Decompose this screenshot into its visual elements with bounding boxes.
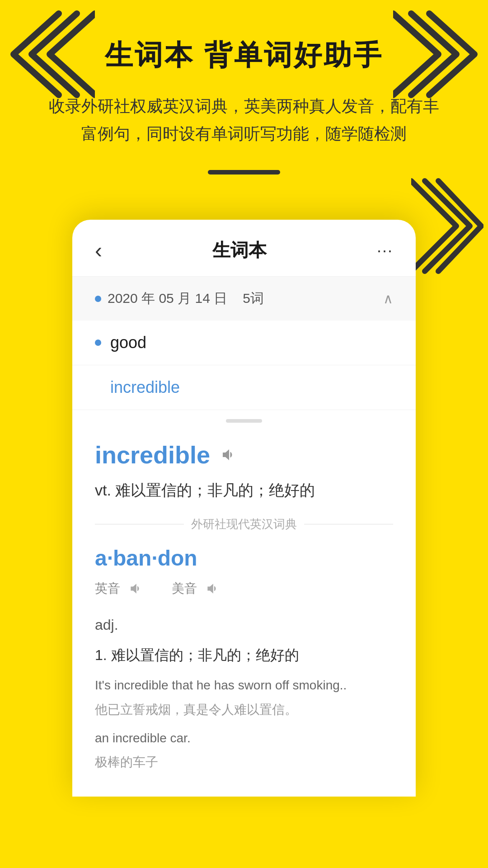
adj-section: adj. 1. 难以置信的；非凡的；绝好的 It's incredible th… [95,611,393,774]
phonetic-en-label: 英音 [95,580,120,597]
phone-card: ‹ 生词本 ··· 2020 年 05 月 14 日 5词 ∧ good inc… [72,220,416,797]
phonetic-word: a·ban·don [95,546,393,571]
example2-en: an incredible car. [95,726,393,750]
date-text: 2020 年 05 月 14 日 [108,289,227,308]
dict-section: incredible vt. 难以置信的；非凡的；绝好的 外研社现代英汉词典 a… [72,432,416,797]
phonetic-en: 英音 [95,580,145,598]
source-text: 外研社现代英汉词典 [191,516,297,532]
collapse-icon[interactable]: ∧ [383,291,393,307]
app-title: 生词本 [212,238,267,263]
def-line-1: 1. 难以置信的；非凡的；绝好的 [95,642,393,669]
speaker-us-icon [205,581,220,596]
word-count: 5词 [243,289,264,308]
word-pos-def: vt. 难以置信的；非凡的；绝好的 [95,478,393,502]
adj-label: adj. [95,611,393,639]
example1-en: It's incredible that he has sworn off sm… [95,673,393,697]
divider-bar [208,170,280,175]
sound-icon[interactable] [219,446,237,464]
example1-cn: 他已立誓戒烟，真是令人难以置信。 [95,698,393,722]
sound-en-icon[interactable] [127,580,145,598]
phonetic-us-label: 美音 [172,580,197,597]
blue-dot-date [95,296,101,302]
word-heading: incredible [95,441,393,469]
phonetic-us: 美音 [172,580,221,598]
phonetic-row: 英音 美音 [95,580,393,598]
dict-word: incredible [95,441,210,469]
word-list: good incredible [72,321,416,410]
main-title: 生词本 背单词好助手 [45,36,443,74]
sub-text: 收录外研社权威英汉词典，英美两种真人发音，配有丰富例句，同时设有单词听写功能，随… [45,92,443,147]
top-section: 生词本 背单词好助手 收录外研社权威英汉词典，英美两种真人发音，配有丰富例句，同… [0,0,488,202]
drag-handle [226,419,262,423]
source-divider: 外研社现代英汉词典 [95,516,393,532]
speaker-en-icon [128,581,143,596]
back-button[interactable]: ‹ [95,238,102,263]
speaker-icon [220,447,236,463]
date-label: 2020 年 05 月 14 日 5词 [95,289,264,308]
list-item[interactable]: incredible [72,365,416,410]
word-incredible: incredible [110,378,180,396]
sound-us-icon[interactable] [203,580,221,598]
example2-cn: 极棒的车子 [95,750,393,774]
date-section[interactable]: 2020 年 05 月 14 日 5词 ∧ [72,277,416,321]
blue-dot-word [95,340,101,346]
more-button[interactable]: ··· [377,241,393,260]
word-good: good [110,333,146,352]
app-header: ‹ 生词本 ··· [72,220,416,277]
list-item[interactable]: good [72,321,416,365]
